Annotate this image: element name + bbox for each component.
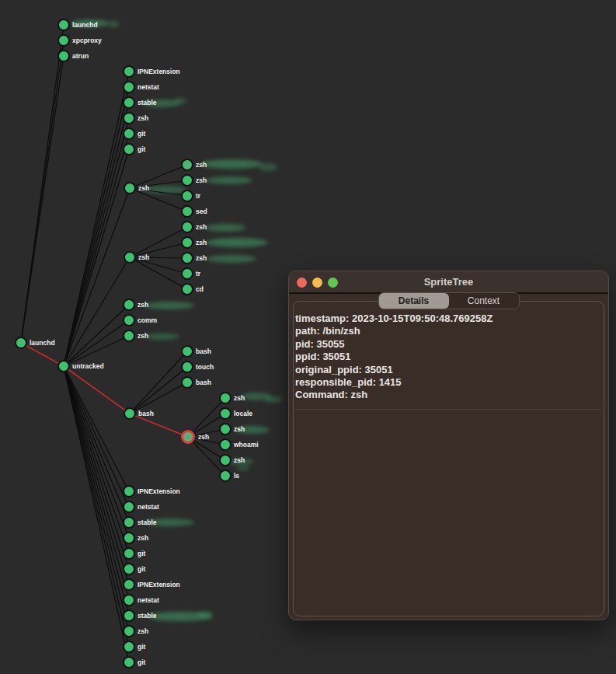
process-label: netstat xyxy=(137,596,159,604)
tree-edge xyxy=(64,366,129,662)
tab-details[interactable]: Details xyxy=(379,293,449,309)
process-node-zsh[interactable]: zsh xyxy=(182,253,207,264)
process-node-zsh[interactable]: zsh xyxy=(220,424,245,435)
tree-edge xyxy=(64,366,129,554)
process-node-xpcproxy[interactable]: xpcproxy xyxy=(58,35,102,46)
process-node-zsh[interactable]: zsh xyxy=(124,113,148,124)
process-label: zsh xyxy=(137,114,148,122)
process-label: zsh xyxy=(234,456,245,464)
process-node-zsh[interactable]: zsh xyxy=(182,159,207,170)
ghost-artifact xyxy=(145,334,179,340)
ghost-artifact xyxy=(206,238,268,247)
process-label: git xyxy=(137,130,146,138)
tree-edge xyxy=(130,351,187,414)
process-node-stable[interactable]: stable xyxy=(124,610,157,621)
process-label: zsh xyxy=(137,534,148,542)
process-node-untracked[interactable]: untracked xyxy=(58,361,104,372)
ghost-artifact xyxy=(259,163,277,171)
process-node-zsh[interactable]: zsh xyxy=(182,222,207,232)
process-label: stable xyxy=(137,612,157,620)
process-node-git[interactable]: git xyxy=(124,128,146,139)
process-node-launchd[interactable]: launchd xyxy=(16,337,55,348)
process-node-tr[interactable]: tr xyxy=(182,190,201,201)
tab-context[interactable]: Context xyxy=(449,293,519,309)
tree-edge xyxy=(64,188,130,366)
process-node-zsh[interactable]: zsh xyxy=(124,533,148,543)
process-node-git[interactable]: git xyxy=(124,657,146,668)
detail-line: original_ppid: 35051 xyxy=(295,364,597,376)
process-node-touch[interactable]: touch xyxy=(182,361,214,372)
process-label: zsh xyxy=(137,627,148,635)
tree-edge xyxy=(64,305,129,366)
process-label: IPNExtension xyxy=(137,68,180,75)
process-node-IPNExtension[interactable]: IPNExtension xyxy=(124,486,180,497)
details-list: timestamp: 2023-10-15T09:50:48.769258Zpa… xyxy=(294,302,604,402)
process-node-comm[interactable]: comm xyxy=(124,315,157,326)
process-label: bash xyxy=(196,379,211,386)
tree-edge xyxy=(64,72,129,366)
tree-edge xyxy=(64,366,129,600)
process-node-netstat[interactable]: netstat xyxy=(124,595,159,606)
process-node-sed[interactable]: sed xyxy=(182,206,207,217)
detail-line: timestamp: 2023-10-15T09:50:48.769258Z xyxy=(295,313,597,325)
tree-edge xyxy=(130,257,187,289)
process-label: IPNExtension xyxy=(137,487,180,495)
process-node-whoami[interactable]: whoami xyxy=(220,439,259,450)
tree-edge xyxy=(64,149,129,366)
process-node-bash[interactable]: bash xyxy=(124,408,154,419)
process-node-zsh[interactable]: zsh xyxy=(124,183,149,194)
process-node-launchd[interactable]: launchd xyxy=(58,19,98,30)
selected-node-dot xyxy=(186,435,190,439)
process-label: xpcproxy xyxy=(72,37,102,44)
process-node-git[interactable]: git xyxy=(124,144,146,155)
process-node-tr[interactable]: tr xyxy=(182,268,201,279)
process-label: bash xyxy=(196,347,211,355)
process-node-git[interactable]: git xyxy=(124,564,146,574)
process-node-zsh[interactable]: zsh xyxy=(183,431,210,443)
spritetree-app: launchdlaunchdxpcproxyatrunIPNExtensionn… xyxy=(0,0,616,674)
process-label: zsh xyxy=(137,301,148,309)
process-label: sed xyxy=(196,208,207,215)
tree-edge xyxy=(64,366,129,647)
process-node-IPNExtension[interactable]: IPNExtension xyxy=(124,579,180,590)
process-label: zsh xyxy=(196,239,207,246)
process-node-bash[interactable]: bash xyxy=(182,377,211,388)
row-separator xyxy=(295,409,602,410)
process-node-stable[interactable]: stable xyxy=(124,97,157,108)
tree-edge xyxy=(64,366,129,585)
process-node-git[interactable]: git xyxy=(124,641,146,652)
details-panel: timestamp: 2023-10-15T09:50:48.769258Zpa… xyxy=(293,301,604,616)
process-label: netstat xyxy=(137,503,159,511)
spritetree-window: SpriteTree Details Context timestamp: 20… xyxy=(288,271,609,620)
process-label: launchd xyxy=(30,339,55,347)
process-node-ls[interactable]: ls xyxy=(220,470,239,481)
tree-edge xyxy=(64,366,129,569)
process-node-atrun[interactable]: atrun xyxy=(58,51,89,61)
detail-line: pid: 35055 xyxy=(295,338,597,351)
process-node-zsh[interactable]: zsh xyxy=(220,393,245,403)
tree-edge xyxy=(64,366,129,507)
process-node-cd[interactable]: cd xyxy=(182,284,204,295)
process-node-locale[interactable]: locale xyxy=(220,408,252,419)
process-node-zsh[interactable]: zsh xyxy=(124,626,148,637)
process-node-zsh[interactable]: zsh xyxy=(182,237,207,248)
process-label: git xyxy=(137,658,146,666)
process-label: zsh xyxy=(196,161,207,169)
process-label: zsh xyxy=(196,176,207,184)
process-node-git[interactable]: git xyxy=(124,548,146,559)
process-node-IPNExtension[interactable]: IPNExtension xyxy=(124,66,180,77)
ghost-artifact xyxy=(144,302,194,309)
process-node-zsh[interactable]: zsh xyxy=(124,330,148,341)
tree-edge xyxy=(64,118,129,366)
process-node-zsh[interactable]: zsh xyxy=(124,299,148,310)
process-node-bash[interactable]: bash xyxy=(182,346,211,357)
window-titlebar[interactable]: SpriteTree xyxy=(289,271,608,294)
detail-line: Command: zsh xyxy=(295,389,597,401)
process-label: stable xyxy=(137,519,157,526)
process-label: atrun xyxy=(72,52,89,60)
process-node-netstat[interactable]: netstat xyxy=(124,82,159,93)
process-node-netstat[interactable]: netstat xyxy=(124,501,159,512)
process-node-zsh[interactable]: zsh xyxy=(182,175,207,186)
process-label: git xyxy=(137,565,146,573)
process-node-stable[interactable]: stable xyxy=(124,517,157,528)
